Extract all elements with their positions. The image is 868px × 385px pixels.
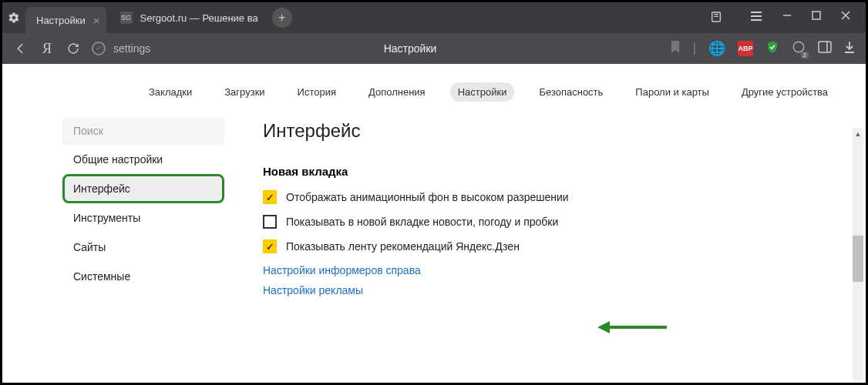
minimize-icon[interactable] — [782, 11, 792, 25]
topnav-item[interactable]: История — [290, 82, 344, 102]
svg-rect-3 — [819, 42, 831, 52]
gear-icon[interactable] — [2, 12, 25, 24]
shield-icon[interactable] — [765, 40, 779, 58]
sidebar-toggle-icon[interactable] — [818, 41, 832, 56]
downloads-icon[interactable] — [844, 41, 855, 56]
topnav-item[interactable]: Дополнения — [361, 82, 433, 102]
svg-point-2 — [793, 42, 804, 52]
section-heading: Новая вкладка — [263, 165, 850, 178]
extensions-icon[interactable]: 2 — [792, 40, 806, 57]
scrollbar[interactable]: ▲ — [853, 128, 863, 380]
topnav-item[interactable]: Настройки — [450, 82, 515, 102]
yandex-icon[interactable]: Я — [39, 41, 55, 57]
svg-rect-1 — [812, 12, 820, 19]
bookmark-icon[interactable] — [670, 41, 681, 56]
sidebar-item[interactable]: Сайты — [62, 233, 224, 262]
abp-icon[interactable]: ABP — [738, 41, 753, 56]
reload-icon[interactable] — [66, 42, 81, 55]
menu-icon[interactable] — [750, 11, 762, 25]
topnav-item[interactable]: Закладки — [141, 82, 200, 102]
topnav-item[interactable]: Другие устройства — [734, 82, 836, 102]
sidebar-item[interactable]: Системные — [62, 262, 224, 291]
reader-icon[interactable] — [710, 11, 722, 25]
search-input[interactable]: Поиск — [62, 117, 224, 145]
tab-settings[interactable]: Настройки × — [25, 7, 106, 33]
back-icon[interactable] — [13, 42, 29, 55]
annotation-arrow — [597, 320, 667, 337]
settings-link[interactable]: Настройки рекламы — [263, 284, 850, 296]
topnav-item[interactable]: Безопасность — [531, 82, 611, 102]
globe-icon[interactable]: 🌐 — [708, 40, 725, 57]
badge-count: 2 — [801, 52, 809, 59]
checkbox[interactable]: ✓ — [263, 190, 277, 204]
site-info-icon[interactable]: ✓ — [92, 42, 106, 55]
maximize-icon[interactable] — [812, 11, 821, 25]
checkbox[interactable] — [263, 215, 277, 229]
scroll-up-icon[interactable]: ▲ — [853, 128, 863, 140]
favicon-icon: SG — [120, 12, 133, 24]
option-label: Показывать ленту рекомендаций Яндекс.Дзе… — [286, 240, 520, 253]
topnav-item[interactable]: Загрузки — [217, 82, 272, 102]
url-text: settings — [113, 42, 150, 55]
checkbox[interactable]: ✓ — [263, 239, 277, 253]
address-bar[interactable]: ✓ settings — [92, 42, 150, 55]
tab-label: Настройки — [36, 15, 86, 26]
settings-link[interactable]: Настройки информеров справа — [263, 264, 850, 276]
scroll-thumb[interactable] — [853, 236, 863, 282]
sidebar-item[interactable]: Общие настройки — [62, 145, 224, 174]
new-tab-button[interactable]: + — [272, 8, 292, 28]
sidebar-item[interactable]: Интерфейс — [62, 174, 224, 203]
close-icon[interactable]: × — [93, 14, 100, 27]
topnav-item[interactable]: Пароли и карты — [627, 82, 717, 102]
sidebar-item[interactable]: Инструменты — [62, 203, 224, 233]
option-label: Отображать анимационный фон в высоком ра… — [286, 191, 569, 203]
page-title: Настройки — [161, 42, 659, 55]
tab-sergoot[interactable]: SG Sergoot.ru — Решение ва — [109, 5, 264, 31]
panel-heading: Интерфейс — [263, 120, 850, 142]
option-label: Показывать в новой вкладке новости, пого… — [286, 216, 558, 228]
tab-label: Sergoot.ru — Решение ва — [140, 12, 258, 24]
window-close-icon[interactable] — [841, 11, 850, 25]
